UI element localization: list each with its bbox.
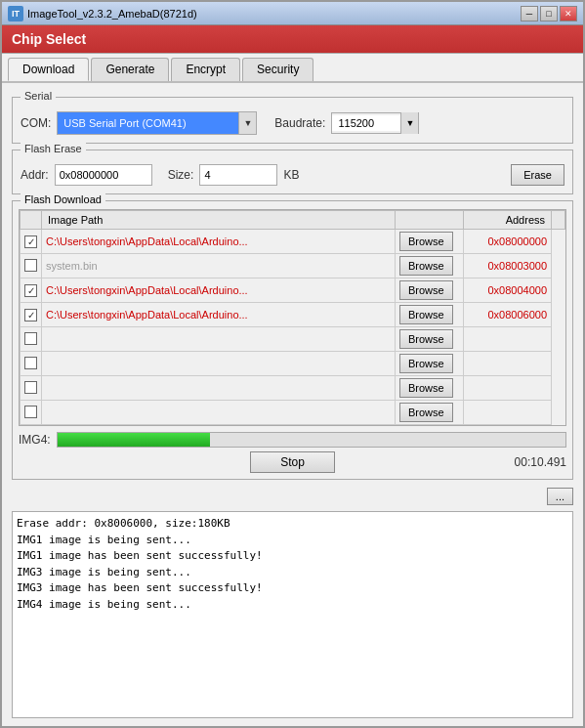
three-dots-button[interactable]: ... [547,488,573,505]
row-path: C:\Users\tongxin\AppData\Local\Arduino..… [46,284,248,296]
row-checkbox[interactable] [24,309,37,321]
title-bar: IT ImageTool_v2.3.2_AmebaD(8721d) ─ □ ✕ [2,2,583,25]
com-dropdown-arrow[interactable]: ▼ [238,112,256,134]
row-address: 0x08004000 [487,284,547,296]
browse-button[interactable]: Browse [399,378,453,398]
col-check-header [21,211,42,230]
tab-generate[interactable]: Generate [91,58,169,81]
table-row: C:\Users\tongxin\AppData\Local\Arduino..… [21,230,565,254]
stop-button[interactable]: Stop [250,451,335,473]
browse-button[interactable]: Browse [399,232,453,251]
main-window: IT ImageTool_v2.3.2_AmebaD(8721d) ─ □ ✕ … [0,0,585,728]
log-area[interactable]: Erase addr: 0x8006000, size:180KBIMG1 im… [12,511,573,718]
chip-select-bar: Chip Select [2,25,583,54]
row-checkbox[interactable] [24,259,37,272]
log-line: IMG3 image has been sent successfully! [17,580,568,597]
main-content: Serial COM: USB Serial Port (COM41) ▼ Ba… [2,83,583,726]
minimize-button[interactable]: ─ [521,6,538,21]
log-line: Erase addr: 0x8006000, size:180KB [17,516,568,533]
stop-row: Stop 00:10.491 [19,451,566,473]
row-checkbox[interactable] [24,381,37,394]
progress-bar-inner [58,433,210,447]
com-combo[interactable]: USB Serial Port (COM41) ▼ [57,111,257,135]
flash-erase-label: Flash Erase [21,143,86,154]
com-value: USB Serial Port (COM41) [58,112,238,134]
size-input[interactable] [199,164,277,186]
flash-download-group: Flash Download Image Path Address [12,200,573,480]
row-address: 0x08003000 [487,260,547,272]
row-path: C:\Users\tongxin\AppData\Local\Arduino..… [46,309,248,321]
browse-button[interactable]: Browse [399,403,453,422]
table-row: C:\Users\tongxin\AppData\Local\Arduino..… [21,303,565,327]
col-address-header: Address [464,211,552,230]
com-label: COM: [21,116,51,130]
timer-text: 00:10.491 [515,455,566,469]
baudrate-value: 115200 [332,115,400,131]
close-button[interactable]: ✕ [560,6,577,21]
row-address: 0x08006000 [487,309,547,321]
log-line: IMG4 image is being sent... [17,597,568,614]
tab-security[interactable]: Security [242,58,313,81]
app-icon: IT [8,6,23,21]
table-row: Browse [21,352,565,376]
three-dots-row: ... [12,488,573,505]
chip-select-label: Chip Select [12,31,86,47]
flash-download-content: Image Path Address C:\Users\tongxin\AppD… [13,201,572,479]
flash-table: Image Path Address C:\Users\tongxin\AppD… [20,210,565,425]
browse-button[interactable]: Browse [399,354,453,373]
table-row: system.binBrowse0x08003000 [21,254,565,278]
flash-table-wrapper: Image Path Address C:\Users\tongxin\AppD… [19,209,566,426]
serial-group: Serial COM: USB Serial Port (COM41) ▼ Ba… [12,97,573,144]
log-line: IMG1 image has been sent successfully! [17,548,568,565]
size-unit: KB [283,168,299,182]
browse-button[interactable]: Browse [399,256,453,276]
row-checkbox[interactable] [24,406,37,418]
col-scroll-header [552,211,565,230]
table-row: Browse [21,376,565,401]
table-row: Browse [21,327,565,352]
title-buttons: ─ □ ✕ [521,6,577,21]
addr-input[interactable] [55,164,152,186]
table-row: Browse [21,425,565,426]
browse-button[interactable]: Browse [399,305,453,324]
row-path: C:\Users\tongxin\AppData\Local\Arduino..… [46,236,248,247]
row-path: system.bin [46,260,98,272]
flash-erase-group: Flash Erase Addr: Size: KB Erase [12,150,573,194]
row-checkbox[interactable] [24,284,37,297]
browse-button[interactable]: Browse [399,280,453,300]
baudrate-combo[interactable]: 115200 ▼ [331,112,419,134]
maximize-button[interactable]: □ [540,6,558,21]
table-row: Browse [21,401,565,425]
progress-row: IMG4: [19,432,566,448]
row-checkbox[interactable] [24,357,37,369]
progress-bar-outer [57,432,566,448]
serial-group-label: Serial [21,90,56,102]
tab-encrypt[interactable]: Encrypt [171,58,240,81]
title-bar-left: IT ImageTool_v2.3.2_AmebaD(8721d) [8,6,197,21]
progress-label: IMG4: [19,433,51,447]
table-row: C:\Users\tongxin\AppData\Local\Arduino..… [21,278,565,303]
addr-label: Addr: [21,168,49,182]
flash-download-label: Flash Download [21,193,105,205]
row-checkbox[interactable] [24,236,37,248]
erase-button[interactable]: Erase [511,164,564,186]
baudrate-label: Baudrate: [274,116,325,130]
col-image-path-header: Image Path [42,211,396,230]
size-label: Size: [168,168,194,182]
tabs-bar: Download Generate Encrypt Security [2,54,583,83]
title-text: ImageTool_v2.3.2_AmebaD(8721d) [27,8,197,20]
flash-table-scroll[interactable]: Image Path Address C:\Users\tongxin\AppD… [20,210,565,425]
tab-download[interactable]: Download [8,58,89,81]
col-browse-header [396,211,464,230]
row-address: 0x08000000 [487,236,547,247]
log-line: IMG1 image is being sent... [17,533,568,549]
browse-button[interactable]: Browse [399,329,453,349]
row-checkbox[interactable] [24,332,37,345]
log-line: IMG3 image is being sent... [17,565,568,581]
baudrate-dropdown-arrow[interactable]: ▼ [400,112,418,134]
